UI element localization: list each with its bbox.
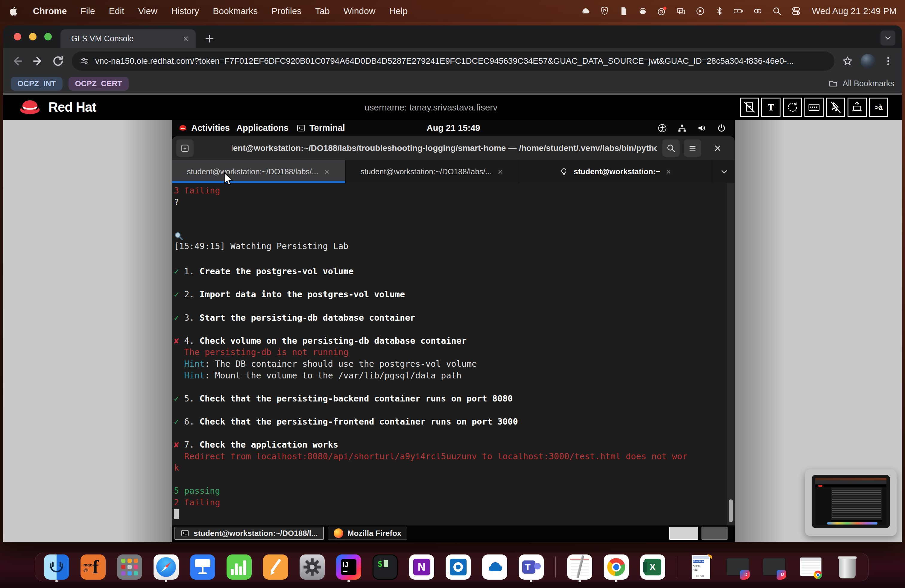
svg-text:>à: >à — [875, 103, 883, 111]
search-icon[interactable] — [772, 6, 782, 16]
text-input-button[interactable]: T — [761, 98, 781, 117]
dock-item-chrome[interactable] — [603, 555, 629, 580]
dock-item-textedit[interactable] — [567, 555, 592, 580]
terminal-tab-3[interactable]: student@workstation:~ — [519, 160, 712, 183]
dock-item-chrome-window[interactable] — [798, 555, 823, 580]
bookmark-group-ocpz_cert[interactable]: OCPZ_CERT — [68, 77, 129, 91]
close-tab-icon[interactable] — [323, 168, 330, 175]
terminal-close-button[interactable] — [709, 140, 726, 157]
menu-item-edit[interactable]: Edit — [109, 6, 124, 16]
terminal-screen[interactable]: 3 failing? [15:49:15] Watching Persistin… — [172, 183, 735, 525]
terminal-search-button[interactable] — [662, 140, 680, 157]
shield-icon[interactable]: P — [599, 6, 610, 16]
screen-rotate-icon — [786, 100, 799, 114]
taskbar-window-terminal[interactable]: student@workstation:~/DO188/l... — [175, 527, 324, 540]
accessibility-icon[interactable] — [657, 123, 667, 133]
terminal-new-tab-button[interactable] — [176, 140, 194, 157]
bluetooth-icon[interactable] — [714, 6, 724, 16]
dock-item-excel[interactable]: X — [640, 555, 665, 580]
dock-item-trash[interactable] — [835, 555, 860, 580]
vnc-display[interactable]: Activities Applications Terminal Aug 21 … — [172, 120, 735, 542]
dock-item-finder[interactable] — [44, 555, 69, 580]
menu-item-tab[interactable]: Tab — [315, 6, 330, 16]
minimize-window-button[interactable] — [29, 33, 37, 40]
terminal-menu-button[interactable] — [684, 140, 701, 157]
window-controls[interactable] — [14, 33, 52, 40]
screen-mirror-icon[interactable] — [676, 6, 686, 16]
volume-icon[interactable] — [697, 123, 707, 133]
close-tab-icon[interactable] — [182, 35, 190, 43]
dock-item-onenote[interactable]: N — [409, 555, 434, 580]
menu-item-history[interactable]: History — [171, 6, 199, 16]
chrome-menu-icon[interactable] — [882, 55, 894, 67]
dock-item-launchpad[interactable] — [117, 555, 142, 580]
menu-item-profiles[interactable]: Profiles — [272, 6, 302, 16]
tab-list-chevron[interactable] — [714, 160, 735, 183]
new-tab-button[interactable] — [204, 33, 215, 44]
address-bar[interactable]: vnc-na150.ole.redhat.com/?token=F7F012EF… — [72, 51, 834, 71]
dock-item-onedrive[interactable] — [482, 555, 507, 580]
terminal-scrollbar[interactable] — [727, 183, 735, 525]
bookmark-group-ocpz_int[interactable]: OCPZ_INT — [11, 77, 62, 91]
notes-icon[interactable] — [619, 6, 629, 16]
close-tab-icon[interactable] — [665, 168, 672, 175]
mouse-disabled-button[interactable] — [826, 98, 845, 117]
menu-item-view[interactable]: View — [138, 6, 157, 16]
link-icon[interactable] — [753, 6, 763, 16]
browser-tab[interactable]: GLS VM Console — [60, 29, 196, 48]
terminal-line: ? — [174, 197, 726, 208]
menu-item-chrome[interactable]: Chrome — [33, 6, 67, 16]
dock-item-teams[interactable]: T — [519, 555, 544, 580]
terminal-tab-1[interactable]: student@workstation:~/DO188/labs/... — [172, 160, 346, 183]
menu-item-bookmarks[interactable]: Bookmarks — [213, 6, 258, 16]
menu-item-window[interactable]: Window — [344, 6, 376, 16]
dock-item-numbers[interactable] — [227, 555, 252, 580]
workspace-2[interactable] — [702, 527, 727, 540]
tab-search-button[interactable] — [880, 30, 895, 46]
gnome-clock[interactable]: Aug 21 15:49 — [172, 120, 735, 136]
dock-item-pages[interactable] — [263, 555, 288, 580]
clipboard-disabled-button[interactable] — [740, 98, 759, 117]
dock-item-safari[interactable] — [154, 555, 179, 580]
close-window-button[interactable] — [14, 33, 21, 40]
workspace-1[interactable] — [669, 527, 698, 540]
battery-icon[interactable] — [734, 6, 744, 16]
dock-item-keynote[interactable] — [190, 555, 215, 580]
dock-item-outlook[interactable] — [446, 555, 471, 580]
upload-button[interactable] — [848, 98, 867, 117]
cloud-icon[interactable] — [580, 6, 591, 16]
site-settings-icon[interactable] — [79, 56, 90, 66]
close-tab-icon[interactable] — [497, 168, 504, 175]
zoom-window-button[interactable] — [44, 33, 52, 40]
dock-item-iterm[interactable]: $ — [373, 555, 398, 580]
menu-bar-clock[interactable]: Wed Aug 21 2:49 PM — [812, 6, 897, 16]
ime-button[interactable]: >à — [869, 98, 888, 117]
profile-avatar[interactable] — [861, 54, 875, 68]
taskbar-window-firefox[interactable]: Mozilla Firefox — [328, 527, 407, 540]
dock-item-intellij-window[interactable]: IJ — [762, 555, 787, 580]
terminal-scrollbar-thumb[interactable] — [729, 499, 733, 522]
onscreen-keyboard-button[interactable] — [805, 98, 824, 117]
dock-item-mac-f[interactable]: mac@f — [81, 555, 106, 580]
menu-item-help[interactable]: Help — [389, 6, 408, 16]
control-center-icon[interactable] — [791, 6, 801, 16]
dock-item-xlsx-document[interactable]: FunctionDeleteAddXLSX — [689, 555, 714, 580]
terminal-tab-2[interactable]: student@workstation:~/DO188/labs/... — [346, 160, 519, 183]
screen-rotate-button[interactable] — [783, 98, 802, 117]
apple-menu-icon[interactable] — [8, 6, 19, 16]
reload-icon[interactable] — [51, 54, 65, 68]
play-icon[interactable] — [695, 6, 705, 16]
forward-icon[interactable] — [31, 54, 44, 68]
dock-item-system-settings[interactable] — [300, 555, 325, 580]
camera-record-icon[interactable] — [657, 6, 667, 16]
power-icon[interactable] — [717, 123, 726, 133]
dock-item-intellij-window[interactable]: IJ — [725, 555, 750, 580]
bookmark-star-icon[interactable] — [841, 55, 854, 67]
all-bookmarks-button[interactable]: All Bookmarks — [828, 78, 894, 89]
back-icon[interactable] — [11, 54, 24, 68]
swirl-icon[interactable] — [638, 6, 648, 16]
menu-item-file[interactable]: File — [81, 6, 95, 16]
network-wired-icon[interactable] — [677, 123, 687, 133]
dock-item-intellij-idea[interactable]: IJ — [336, 555, 361, 580]
screen-share-preview[interactable] — [805, 469, 897, 536]
